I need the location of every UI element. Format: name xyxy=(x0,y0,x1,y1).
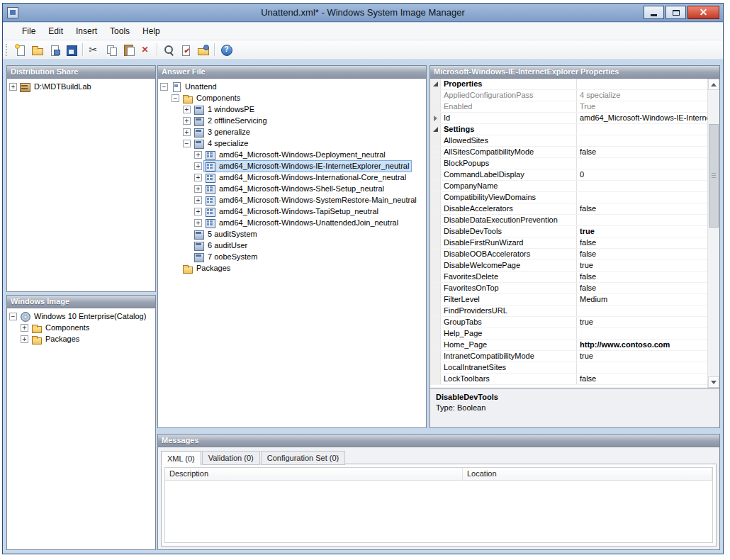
collapse-icon[interactable]: − xyxy=(172,94,179,102)
expand-icon[interactable]: + xyxy=(194,219,202,227)
property-row-favoritesontop[interactable]: FavoritesOnTopfalse xyxy=(430,283,707,294)
tree-item-amd64-microsoft-windows-international-core-neutral[interactable]: +amd64_Microsoft-Windows-International-C… xyxy=(158,172,426,183)
expand-icon[interactable]: + xyxy=(194,185,202,193)
tab-validation-0[interactable]: Validation (0) xyxy=(202,451,260,465)
column-header-location[interactable]: Location xyxy=(463,468,712,480)
tree-item-4-specialize[interactable]: −4 specialize xyxy=(158,138,426,149)
help-button[interactable] xyxy=(218,42,234,57)
scroll-up-button[interactable] xyxy=(708,79,719,90)
open-image-button[interactable] xyxy=(46,42,62,57)
expand-icon[interactable]: + xyxy=(21,335,28,343)
tree-item-amd64-microsoft-windows-ie-internetexplorer-neutral[interactable]: +amd64_Microsoft-Windows-IE-InternetExpl… xyxy=(158,160,426,172)
new-file-button[interactable] xyxy=(12,42,28,57)
menu-insert[interactable]: Insert xyxy=(69,24,103,38)
property-row-enabled[interactable]: EnabledTrue xyxy=(430,101,707,113)
property-row-locktoolbars[interactable]: LockToolbarsfalse xyxy=(430,374,707,385)
expand-icon[interactable]: + xyxy=(9,83,17,91)
property-row-appliedconfigurationpass[interactable]: AppliedConfigurationPass4 specialize xyxy=(430,90,707,101)
property-row-localintranetsites[interactable]: LocalIntranetSites xyxy=(430,362,707,374)
expand-icon[interactable]: + xyxy=(194,196,202,204)
menu-edit[interactable]: Edit xyxy=(42,24,69,38)
collapse-icon[interactable]: − xyxy=(160,83,168,91)
tree-item-5-auditsystem[interactable]: 5 auditSystem xyxy=(158,228,426,240)
property-row-id[interactable]: Idamd64_Microsoft-Windows-IE-InternetEx xyxy=(430,113,707,124)
property-row-grouptabs[interactable]: GroupTabstrue xyxy=(430,317,707,328)
property-row-allowedsites[interactable]: AllowedSites xyxy=(430,135,707,147)
property-row-allsitescompatibilitymode[interactable]: AllSitesCompatibilityModefalse xyxy=(430,147,707,158)
tree-item-unattend[interactable]: −Unattend xyxy=(158,81,426,92)
tree-item-components[interactable]: +Components xyxy=(7,322,155,333)
property-grid-scrollbar[interactable] xyxy=(707,79,719,388)
tree-item-6-audituser[interactable]: 6 auditUser xyxy=(158,240,426,251)
tree-item-amd64-microsoft-windows-tapisetup-neutral[interactable]: +amd64_Microsoft-Windows-TapiSetup_neutr… xyxy=(158,206,426,217)
delete-button[interactable] xyxy=(137,42,153,57)
maximize-button[interactable] xyxy=(666,6,686,19)
validate-icon xyxy=(180,44,192,56)
tree-item-amd64-microsoft-windows-unattendedjoin-neutral[interactable]: +amd64_Microsoft-Windows-UnattendedJoin_… xyxy=(158,217,426,228)
property-row-disablefirstrunwizard[interactable]: DisableFirstRunWizardfalse xyxy=(430,237,707,249)
property-row-favoritesdelete[interactable]: FavoritesDeletefalse xyxy=(430,271,707,283)
expand-icon[interactable]: + xyxy=(194,151,202,159)
save-button[interactable] xyxy=(63,42,79,57)
scrollbar-thumb[interactable] xyxy=(709,124,719,228)
open-file-button[interactable] xyxy=(29,42,45,57)
property-row-disabledevtools[interactable]: DisableDevToolstrue xyxy=(430,226,707,237)
property-row-home-page[interactable]: Home_Pagehttp://www.contoso.com xyxy=(430,340,707,351)
property-key: AllSitesCompatibilityMode xyxy=(441,147,577,157)
property-row-compatibilityviewdomains[interactable]: CompatibilityViewDomains xyxy=(430,192,707,203)
expand-row-icon[interactable] xyxy=(434,116,437,121)
minimize-button[interactable] xyxy=(644,6,664,19)
property-row-disableaccelerators[interactable]: DisableAcceleratorsfalse xyxy=(430,203,707,215)
tree-item-3-generalize[interactable]: +3 generalize xyxy=(158,126,426,138)
property-row-filterlevel[interactable]: FilterLevelMedium xyxy=(430,294,707,306)
expand-icon[interactable]: + xyxy=(183,128,191,136)
expand-icon[interactable]: + xyxy=(21,324,28,332)
tree-item-packages[interactable]: +Packages xyxy=(7,333,155,345)
property-row-findprovidersurl[interactable]: FindProvidersURL xyxy=(430,306,707,317)
scroll-down-button[interactable] xyxy=(708,376,719,388)
menu-tools[interactable]: Tools xyxy=(103,24,136,38)
expand-icon[interactable]: + xyxy=(183,106,191,113)
tab-configuration-set-0[interactable]: Configuration Set (0) xyxy=(261,451,346,465)
collapse-section-icon[interactable] xyxy=(433,127,438,132)
collapse-icon[interactable]: − xyxy=(183,140,191,147)
validate-button[interactable] xyxy=(178,42,193,57)
tree-item-7-oobesystem[interactable]: 7 oobeSystem xyxy=(158,251,426,262)
expand-icon[interactable]: + xyxy=(194,208,202,215)
expand-icon[interactable]: + xyxy=(183,117,191,125)
collapse-section-icon[interactable] xyxy=(433,82,438,86)
tree-item-2-offlineservicing[interactable]: +2 offlineServicing xyxy=(158,115,426,126)
expand-icon[interactable]: + xyxy=(194,162,202,170)
property-row-help-page[interactable]: Help_Page xyxy=(430,328,707,340)
tree-item-d-mdtbuildlab[interactable]: +D:\MDTBuildLab xyxy=(7,81,155,92)
tree-item-1-windowspe[interactable]: +1 windowsPE xyxy=(158,103,426,115)
property-row-blockpopups[interactable]: BlockPopups xyxy=(430,158,707,169)
tree-item-components[interactable]: −Components xyxy=(158,92,426,103)
property-row-commandlabeldisplay[interactable]: CommandLabelDisplay0 xyxy=(430,169,707,181)
close-button[interactable] xyxy=(687,6,719,19)
paste-button[interactable] xyxy=(120,42,136,57)
find-button[interactable] xyxy=(161,42,176,57)
tree-item-windows-10-enterprise-catalog[interactable]: −Windows 10 Enterprise(Catalog) xyxy=(7,310,155,322)
menu-help[interactable]: Help xyxy=(136,24,167,38)
cut-button[interactable] xyxy=(86,42,102,57)
menu-file[interactable]: File xyxy=(16,24,42,38)
tree-item-amd64-microsoft-windows-systemrestore-main-neutral[interactable]: +amd64_Microsoft-Windows-SystemRestore-M… xyxy=(158,194,426,206)
property-row-disablewelcomepage[interactable]: DisableWelcomePagetrue xyxy=(430,260,707,271)
tab-xml-0[interactable]: XML (0) xyxy=(161,451,201,466)
tree-item-packages[interactable]: Packages xyxy=(158,262,426,274)
tree-item-amd64-microsoft-windows-deployment-neutral[interactable]: +amd64_Microsoft-Windows-Deployment_neut… xyxy=(158,149,426,160)
tree-item-amd64-microsoft-windows-shell-setup-neutral[interactable]: +amd64_Microsoft-Windows-Shell-Setup_neu… xyxy=(158,183,426,194)
copy-button[interactable] xyxy=(103,42,119,57)
property-section-settings[interactable]: Settings xyxy=(430,124,707,135)
component-icon xyxy=(205,196,215,205)
property-section-properties[interactable]: Properties xyxy=(430,79,707,90)
property-row-disabledataexecutionprevention[interactable]: DisableDataExecutionPrevention xyxy=(430,215,707,226)
collapse-icon[interactable]: − xyxy=(9,313,17,320)
column-header-description[interactable]: Description xyxy=(165,468,463,480)
property-row-companyname[interactable]: CompanyName xyxy=(430,181,707,192)
create-config-set-button[interactable] xyxy=(195,42,210,57)
expand-icon[interactable]: + xyxy=(194,174,202,181)
property-row-disableoobaccelerators[interactable]: DisableOOBAcceleratorsfalse xyxy=(430,249,707,260)
property-row-intranetcompatibilitymode[interactable]: IntranetCompatibilityModetrue xyxy=(430,351,707,362)
